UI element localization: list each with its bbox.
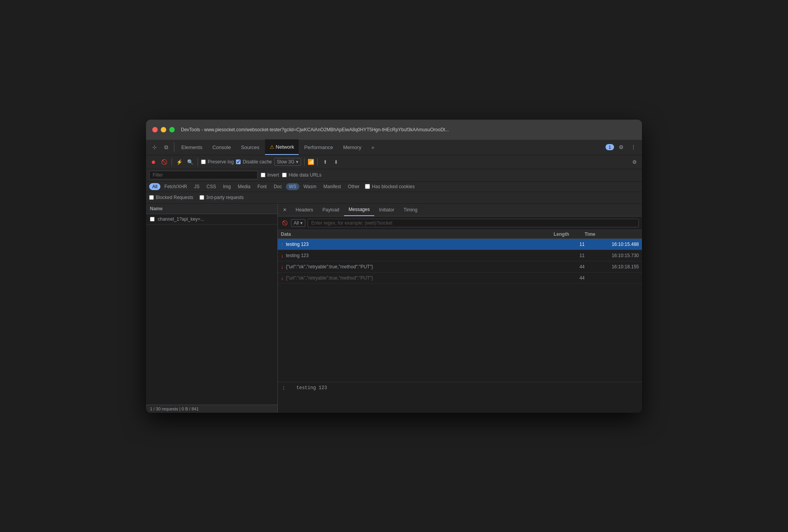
type-btn-font[interactable]: Font xyxy=(254,183,270,190)
messages-filter: 🚫 All ▾ xyxy=(278,216,642,230)
invert-label[interactable]: Invert xyxy=(261,172,279,178)
upload-arrow-icon: ↑ xyxy=(281,241,284,247)
cursor-icon[interactable]: ⊹ xyxy=(149,142,160,153)
type-btn-media[interactable]: Media xyxy=(235,183,254,190)
traffic-lights xyxy=(152,127,175,132)
tab-elements[interactable]: Elements xyxy=(177,139,207,155)
invert-checkbox[interactable] xyxy=(261,173,265,177)
preserve-log-label[interactable]: Preserve log xyxy=(201,159,234,165)
type-btn-other[interactable]: Other xyxy=(345,183,363,190)
preserve-log-checkbox[interactable] xyxy=(201,160,206,164)
message-row[interactable]: ↑ testing 123 11 16:10:15.488 xyxy=(278,239,642,250)
message-row[interactable]: ↓ testing 123 11 16:10:15.730 xyxy=(278,250,642,261)
messages-filter-input[interactable] xyxy=(308,219,639,227)
tab-messages[interactable]: Messages xyxy=(344,204,375,216)
message-row[interactable]: ↓ {"url":"ok","retryable":true,"method":… xyxy=(278,273,642,284)
hide-data-urls-label[interactable]: Hide data URLs xyxy=(282,172,322,178)
maximize-button[interactable] xyxy=(169,127,175,132)
hide-data-urls-checkbox[interactable] xyxy=(282,173,287,177)
warning-icon: ⚠ xyxy=(270,144,274,150)
tab-network[interactable]: ⚠ Network xyxy=(265,139,299,155)
type-btn-doc[interactable]: Doc xyxy=(270,183,285,190)
blocked-cookies-checkbox[interactable] xyxy=(365,184,370,189)
tab-payload[interactable]: Payload xyxy=(318,204,344,216)
msg-data-cell: ↓ {"url":"ok","retryable":true,"method":… xyxy=(281,275,554,281)
wifi-settings-icon[interactable]: 📶 xyxy=(308,159,314,165)
msg-length-cell: 11 xyxy=(554,241,585,247)
msg-data-cell: ↓ {"url":"ok","retryable":true,"method":… xyxy=(281,264,554,270)
preview-area: 1 testing 123 xyxy=(278,382,642,413)
block-icon: 🚫 xyxy=(281,219,289,227)
msg-length-cell: 11 xyxy=(554,252,585,259)
col-length: Length xyxy=(554,232,585,237)
more-options-icon[interactable]: ⋮ xyxy=(628,142,639,153)
type-btn-manifest[interactable]: Manifest xyxy=(320,183,344,190)
filter-icon[interactable]: ⚡ xyxy=(175,158,184,166)
close-panel-button[interactable]: ✕ xyxy=(281,206,289,214)
type-btn-js[interactable]: JS xyxy=(191,183,203,190)
msg-time-cell: 16:10:18.155 xyxy=(585,264,639,270)
upload-icon[interactable]: ⬆ xyxy=(321,158,329,166)
right-icons: 1 ⚙ ⋮ xyxy=(606,142,639,153)
title-bar: DevTools - www.piesocket.com/websocket-t… xyxy=(146,120,642,140)
request-item[interactable]: channel_1?api_key=... xyxy=(146,214,277,225)
tab-console[interactable]: Console xyxy=(208,139,236,155)
tab-sources[interactable]: Sources xyxy=(236,139,264,155)
separator xyxy=(174,142,174,152)
type-btn-all[interactable]: All xyxy=(149,183,160,190)
type-btn-ws[interactable]: WS xyxy=(286,183,299,190)
type-btn-fetch[interactable]: Fetch/XHR xyxy=(161,183,190,190)
minimize-button[interactable] xyxy=(161,127,166,132)
tab-performance[interactable]: Performance xyxy=(299,139,337,155)
request-checkbox[interactable] xyxy=(150,217,155,221)
throttle-dropdown[interactable]: Slow 3G ▾ xyxy=(274,158,301,166)
filter-input[interactable] xyxy=(149,171,258,179)
right-panel: ✕ Headers Payload Messages Initiator Tim… xyxy=(278,204,642,413)
network-toolbar: ⏺ 🚫 ⚡ 🔍 Preserve log Disable cache Slow … xyxy=(146,155,642,169)
search-icon[interactable]: 🔍 xyxy=(186,158,194,166)
type-btn-wasm[interactable]: Wasm xyxy=(300,183,320,190)
chevron-down-icon: ▾ xyxy=(296,159,298,165)
settings-icon[interactable]: ⚙ xyxy=(616,142,626,153)
download-icon[interactable]: ⬇ xyxy=(332,158,340,166)
blocked-requests-label[interactable]: Blocked Requests xyxy=(149,195,193,200)
msg-time-cell: 16:10:15.488 xyxy=(585,241,639,247)
disable-cache-checkbox[interactable] xyxy=(236,160,241,164)
third-party-label[interactable]: 3rd-party requests xyxy=(200,195,244,200)
separator xyxy=(317,158,318,166)
third-party-checkbox[interactable] xyxy=(200,195,204,200)
device-toggle-icon[interactable]: ⧉ xyxy=(161,142,172,153)
type-filter-bar: All Fetch/XHR JS CSS Img Media Font Doc … xyxy=(146,182,642,192)
devtools-window: DevTools - www.piesocket.com/websocket-t… xyxy=(146,120,642,413)
download-arrow-icon: ↓ xyxy=(281,252,284,259)
col-time: Time xyxy=(585,232,639,237)
type-btn-img[interactable]: Img xyxy=(220,183,234,190)
notification-badge[interactable]: 1 xyxy=(606,144,614,150)
clear-button[interactable]: 🚫 xyxy=(160,158,169,166)
type-btn-css[interactable]: CSS xyxy=(203,183,219,190)
blocked-requests-checkbox[interactable] xyxy=(149,195,154,200)
tab-initiator[interactable]: Initiator xyxy=(374,204,399,216)
msg-data-cell: ↑ testing 123 xyxy=(281,241,554,247)
close-button[interactable] xyxy=(152,127,158,132)
msg-length-cell: 44 xyxy=(554,264,585,270)
tab-memory[interactable]: Memory xyxy=(339,139,366,155)
requests-header: Name xyxy=(146,204,277,214)
left-panel: Name channel_1?api_key=... 1 / 30 reques… xyxy=(146,204,278,413)
col-data: Data xyxy=(281,232,554,237)
requests-list: channel_1?api_key=... xyxy=(146,214,277,405)
separator xyxy=(304,158,305,166)
network-settings-icon[interactable]: ⚙ xyxy=(630,158,639,166)
blocked-cookies-label[interactable]: Has blocked cookies xyxy=(365,184,415,189)
record-button[interactable]: ⏺ xyxy=(149,158,158,166)
disable-cache-label[interactable]: Disable cache xyxy=(236,159,272,165)
messages-type-dropdown[interactable]: All ▾ xyxy=(291,219,305,227)
tab-more[interactable]: » xyxy=(367,139,379,155)
tab-timing[interactable]: Timing xyxy=(399,204,422,216)
msg-data-cell: ↓ testing 123 xyxy=(281,252,554,259)
status-bar: 1 / 30 requests | 0 B / 841 xyxy=(146,405,277,413)
tab-headers[interactable]: Headers xyxy=(291,204,318,216)
blocked-row: Blocked Requests 3rd-party requests xyxy=(146,192,642,204)
message-row[interactable]: ↓ {"url":"ok","retryable":true,"method":… xyxy=(278,261,642,273)
panel-tabs: ✕ Headers Payload Messages Initiator Tim… xyxy=(278,204,642,216)
